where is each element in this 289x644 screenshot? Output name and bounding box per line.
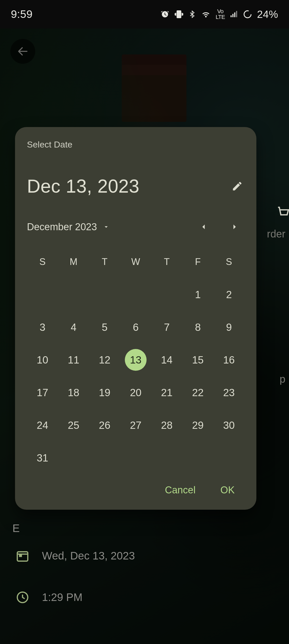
- clock-icon: [16, 590, 30, 604]
- month-year-label: December 2023: [27, 221, 97, 233]
- dialog-title: Select Date: [27, 139, 244, 150]
- calendar-day[interactable]: 28: [151, 409, 182, 442]
- calendar-day[interactable]: 26: [89, 409, 120, 442]
- calendar-day[interactable]: 8: [182, 311, 213, 344]
- dropdown-icon: [103, 223, 110, 230]
- calendar-day[interactable]: 2: [213, 278, 244, 311]
- day-of-week-header: M: [58, 252, 89, 278]
- calendar-day[interactable]: 21: [151, 376, 182, 409]
- battery-percent: 24%: [257, 9, 278, 20]
- signal-icon: [229, 10, 238, 19]
- sheet-time-row[interactable]: 1:29 PM: [16, 577, 273, 618]
- day-of-week-header: S: [213, 252, 244, 278]
- next-month-button[interactable]: [227, 220, 242, 234]
- alarm-icon: [160, 10, 170, 19]
- status-time: 9:59: [11, 8, 33, 20]
- status-bar: 9:59 VoLTE 24%: [0, 0, 289, 29]
- ok-button[interactable]: OK: [218, 482, 237, 498]
- calendar-day[interactable]: 14: [151, 344, 182, 376]
- calendar-day[interactable]: 10: [27, 344, 58, 376]
- calendar-day[interactable]: 9: [213, 311, 244, 344]
- volte-icon: VoLTE: [216, 9, 225, 20]
- calendar-day[interactable]: 4: [58, 311, 89, 344]
- calendar-day[interactable]: 31: [27, 442, 58, 474]
- calendar-day[interactable]: 23: [213, 376, 244, 409]
- edit-date-button[interactable]: [230, 179, 244, 193]
- prev-month-button[interactable]: [196, 220, 211, 234]
- calendar-day[interactable]: 19: [89, 376, 120, 409]
- calendar-day[interactable]: 27: [120, 409, 151, 442]
- calendar-day[interactable]: 7: [151, 311, 182, 344]
- bg-text-p: p: [280, 373, 285, 385]
- sheet-edge-hint: E: [12, 522, 20, 535]
- cancel-button[interactable]: Cancel: [163, 482, 198, 498]
- calendar-day[interactable]: 12: [89, 344, 120, 376]
- calendar-blank: [58, 278, 89, 311]
- data-saver-icon: [243, 10, 252, 19]
- chevron-left-icon: [199, 222, 208, 232]
- calendar-day[interactable]: 30: [213, 409, 244, 442]
- bluetooth-icon: [188, 10, 196, 19]
- day-of-week-header: F: [182, 252, 213, 278]
- calendar-day[interactable]: 18: [58, 376, 89, 409]
- day-of-week-header: W: [120, 252, 151, 278]
- calendar-blank: [151, 278, 182, 311]
- day-of-week-header: T: [89, 252, 120, 278]
- svg-rect-1: [17, 552, 28, 561]
- calendar-day[interactable]: 11: [58, 344, 89, 376]
- calendar-day[interactable]: 25: [58, 409, 89, 442]
- calendar-day[interactable]: 5: [89, 311, 120, 344]
- calendar-icon: [16, 549, 30, 563]
- svg-point-0: [244, 11, 251, 18]
- day-of-week-header: T: [151, 252, 182, 278]
- bottom-sheet: E Wed, Dec 13, 2023 1:29 PM: [0, 525, 289, 644]
- calendar-day[interactable]: 6: [120, 311, 151, 344]
- wifi-icon: [201, 10, 211, 19]
- calendar-day[interactable]: 29: [182, 409, 213, 442]
- calendar-day[interactable]: 15: [182, 344, 213, 376]
- bg-text-rder: rder: [267, 228, 285, 240]
- pencil-icon: [232, 180, 243, 192]
- calendar-day[interactable]: 24: [27, 409, 58, 442]
- selected-date-headline: Dec 13, 2023: [27, 176, 139, 197]
- calendar-blank: [27, 278, 58, 311]
- month-year-select[interactable]: December 2023: [27, 221, 196, 233]
- chevron-right-icon: [230, 222, 239, 232]
- calendar-day[interactable]: 1: [182, 278, 213, 311]
- calendar-blank: [120, 278, 151, 311]
- calendar-day[interactable]: 17: [27, 376, 58, 409]
- calendar-grid: SMTWTFS123456789101112131415161718192021…: [27, 252, 244, 474]
- sheet-date-row[interactable]: Wed, Dec 13, 2023: [16, 535, 273, 577]
- calendar-day[interactable]: 13: [120, 344, 151, 376]
- day-of-week-header: S: [27, 252, 58, 278]
- calendar-day[interactable]: 3: [27, 311, 58, 344]
- calendar-day[interactable]: 16: [213, 344, 244, 376]
- vibrate-icon: [174, 10, 184, 19]
- status-icons: VoLTE 24%: [160, 9, 278, 20]
- calendar-blank: [89, 278, 120, 311]
- sheet-time-label: 1:29 PM: [42, 591, 82, 604]
- sheet-date-label: Wed, Dec 13, 2023: [42, 550, 135, 562]
- calendar-day[interactable]: 22: [182, 376, 213, 409]
- date-picker-dialog: Select Date Dec 13, 2023 December 2023 S…: [15, 127, 256, 510]
- cart-icon[interactable]: [276, 205, 289, 221]
- calendar-day[interactable]: 20: [120, 376, 151, 409]
